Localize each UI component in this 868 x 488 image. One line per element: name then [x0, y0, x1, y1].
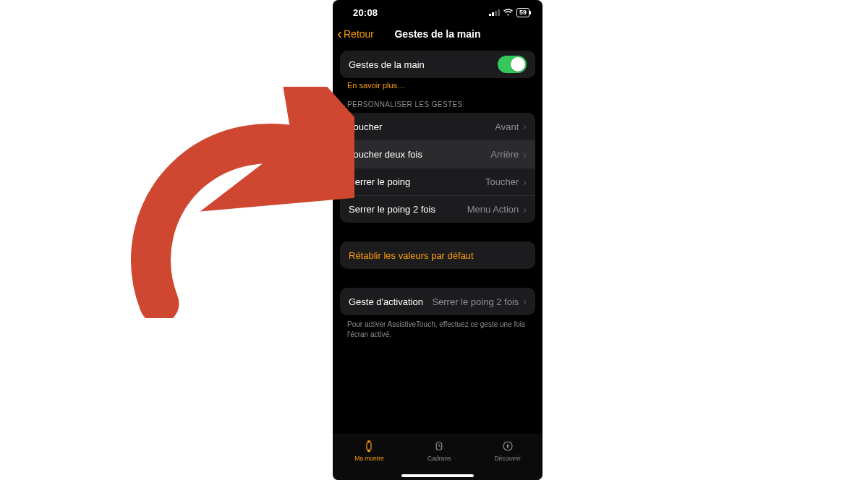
toggle-label: Gestes de la main	[349, 59, 425, 70]
status-right: 59	[489, 8, 529, 17]
gesture-label: Toucher deux fois	[349, 149, 422, 160]
tab-discover[interactable]: Découvrir	[494, 439, 520, 462]
tab-my-watch[interactable]: Ma montre	[354, 439, 384, 462]
reset-label: Rétablir les valeurs par défaut	[349, 250, 474, 261]
canvas: 20:08 59 ‹ Retour Gestes de la main	[0, 0, 868, 488]
gesture-value: Toucher	[485, 176, 519, 187]
gesture-value: Menu Action	[467, 204, 519, 215]
watch-face-icon	[432, 439, 446, 453]
chevron-left-icon: ‹	[337, 28, 342, 38]
cell-gesture-double-fist[interactable]: Serrer le poing 2 fois Menu Action ›	[340, 195, 535, 223]
chevron-right-icon: ›	[523, 205, 527, 215]
compass-icon	[501, 439, 515, 453]
cell-gesture-tap[interactable]: Toucher Avant ›	[340, 113, 535, 140]
activation-value: Serrer le poing 2 fois	[432, 296, 519, 307]
battery-percent: 59	[516, 8, 529, 17]
gesture-value: Avant	[495, 121, 519, 132]
gesture-value: Arrière	[490, 149, 519, 160]
wifi-icon	[503, 9, 513, 16]
group-activation: Geste d'activation Serrer le poing 2 foi…	[340, 288, 535, 315]
back-button[interactable]: ‹ Retour	[333, 28, 374, 40]
tab-label: Cadrans	[427, 455, 451, 462]
activation-footnote: Pour activer AssistiveTouch, effectuez c…	[347, 320, 528, 339]
group-main-toggle: Gestes de la main	[340, 51, 535, 78]
cell-hand-gestures-toggle[interactable]: Gestes de la main	[340, 51, 535, 78]
cell-activation-gesture[interactable]: Geste d'activation Serrer le poing 2 foi…	[340, 288, 535, 315]
battery-icon: 59	[516, 8, 529, 17]
svg-rect-0	[367, 442, 371, 450]
learn-more-link[interactable]: En savoir plus…	[347, 81, 405, 90]
section-header-customize: PERSONNALISER LES GESTES	[347, 100, 542, 108]
cellular-icon	[489, 9, 500, 16]
svg-marker-7	[506, 443, 509, 449]
svg-rect-1	[368, 440, 371, 442]
cell-gesture-double-tap[interactable]: Toucher deux fois Arrière ›	[340, 140, 535, 168]
chevron-right-icon: ›	[523, 296, 527, 307]
tab-label: Ma montre	[354, 455, 384, 462]
gesture-label: Toucher	[349, 121, 382, 132]
back-label: Retour	[344, 28, 374, 40]
group-reset: Rétablir les valeurs par défaut	[340, 241, 535, 269]
cell-reset-defaults[interactable]: Rétablir les valeurs par défaut	[340, 241, 535, 269]
arrow-icon	[130, 87, 354, 318]
cell-gesture-fist[interactable]: Serrer le poing Toucher ›	[340, 168, 535, 195]
chevron-right-icon: ›	[523, 177, 527, 187]
group-gestures: Toucher Avant › Toucher deux fois Arrièr…	[340, 113, 535, 223]
switch-on-icon[interactable]	[498, 56, 527, 73]
tab-label: Découvrir	[494, 455, 520, 462]
activation-label: Geste d'activation	[349, 296, 423, 307]
gesture-label: Serrer le poing	[349, 176, 410, 187]
watch-icon	[362, 439, 376, 453]
svg-line-5	[439, 446, 441, 447]
status-bar: 20:08 59	[333, 0, 542, 22]
tab-bar: Ma montre Cadrans Découvrir	[333, 434, 542, 480]
nav-header: ‹ Retour Gestes de la main	[333, 22, 542, 46]
chevron-right-icon: ›	[523, 150, 527, 160]
tab-faces[interactable]: Cadrans	[427, 439, 451, 462]
status-time: 20:08	[353, 7, 378, 18]
home-indicator	[401, 474, 474, 477]
annotation-arrow	[130, 87, 354, 318]
gesture-label: Serrer le poing 2 fois	[349, 204, 435, 215]
chevron-right-icon: ›	[523, 121, 527, 132]
iphone-frame: 20:08 59 ‹ Retour Gestes de la main	[333, 0, 542, 480]
svg-rect-2	[368, 450, 371, 452]
